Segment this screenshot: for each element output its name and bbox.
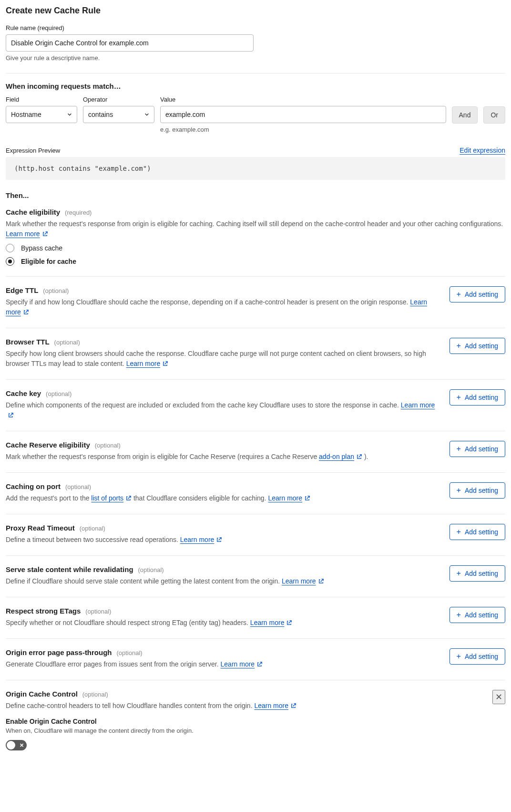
plus-icon: +	[457, 653, 461, 660]
stale-content-title: Serve stale content while revalidating	[6, 565, 133, 573]
toggle-off-icon: ✕	[20, 742, 24, 749]
then-heading: Then...	[6, 191, 505, 199]
stale-content-desc: Define if Cloudflare should serve stale …	[6, 576, 440, 586]
or-button[interactable]: Or	[483, 106, 505, 124]
and-button[interactable]: And	[452, 106, 478, 124]
edge-ttl-desc: Specify if and how long Cloudflare shoul…	[6, 297, 440, 317]
browser-ttl-learn-more[interactable]: Learn more	[126, 360, 161, 367]
expression-preview: (http.host contains "example.com")	[6, 157, 505, 180]
stale-content-tag: (optional)	[138, 566, 164, 573]
origin-error-learn-more[interactable]: Learn more	[221, 660, 255, 668]
external-link-icon	[304, 495, 310, 501]
enable-occ-toggle[interactable]: ✕	[6, 740, 27, 750]
external-link-icon	[318, 578, 324, 584]
external-link-icon	[290, 703, 296, 709]
cache-key-tag: (optional)	[46, 390, 72, 397]
origin-error-add-button[interactable]: +Add setting	[450, 648, 505, 665]
browser-ttl-title: Browser TTL	[6, 338, 50, 346]
origin-error-tag: (optional)	[116, 649, 142, 656]
close-icon[interactable]: ✕	[492, 690, 505, 704]
field-select[interactable]: Hostname	[6, 106, 77, 123]
origin-cache-control-title: Origin Cache Control	[6, 690, 78, 698]
caching-port-desc: Add the request's port to the list of po…	[6, 493, 440, 503]
plus-icon: +	[457, 291, 461, 298]
external-link-icon	[356, 454, 362, 460]
edge-ttl-add-button[interactable]: +Add setting	[450, 286, 505, 302]
rule-name-input[interactable]	[6, 34, 254, 52]
cache-reserve-title: Cache Reserve eligibility	[6, 441, 90, 449]
strong-etags-add-button[interactable]: +Add setting	[450, 607, 505, 623]
strong-etags-learn-more[interactable]: Learn more	[250, 619, 285, 626]
origin-cache-control-desc: Define cache-control headers to tell how…	[6, 701, 483, 711]
value-hint: e.g. example.com	[160, 126, 446, 133]
browser-ttl-tag: (optional)	[54, 339, 80, 346]
toggle-knob	[7, 741, 15, 750]
strong-etags-desc: Specify whether or not Cloudflare should…	[6, 618, 440, 628]
external-link-icon	[125, 495, 132, 501]
external-link-icon	[162, 361, 168, 367]
eligible-cache-radio[interactable]: Eligible for cache	[6, 257, 505, 266]
origin-error-desc: Generate Cloudflare error pages from iss…	[6, 659, 440, 669]
cache-eligibility-learn-more[interactable]: Learn more	[6, 230, 40, 238]
enable-occ-desc: When on, Cloudflare will manage the cont…	[6, 727, 505, 734]
cache-reserve-tag: (optional)	[95, 442, 121, 449]
eligible-cache-label: Eligible for cache	[21, 258, 76, 265]
list-of-ports-link[interactable]: list of ports	[91, 494, 123, 502]
page-title: Create new Cache Rule	[6, 6, 505, 16]
browser-ttl-add-button[interactable]: +Add setting	[450, 338, 505, 354]
cache-key-desc: Define which components of the request a…	[6, 400, 440, 420]
field-select-value: Hostname	[11, 111, 41, 118]
addon-plan-link[interactable]: add-on plan	[319, 453, 354, 460]
caching-port-learn-more[interactable]: Learn more	[268, 494, 302, 502]
cache-eligibility-title: Cache eligibility	[6, 208, 60, 216]
plus-icon: +	[457, 445, 461, 453]
value-input[interactable]	[160, 106, 446, 123]
chevron-down-icon	[144, 112, 149, 117]
plus-icon: +	[457, 611, 461, 619]
stale-content-learn-more[interactable]: Learn more	[282, 577, 316, 585]
cache-reserve-desc: Mark whether the request's response from…	[6, 452, 440, 462]
plus-icon: +	[457, 394, 461, 401]
plus-icon: +	[457, 342, 461, 350]
external-link-icon	[256, 661, 263, 667]
plus-icon: +	[457, 570, 461, 577]
strong-etags-tag: (optional)	[85, 608, 111, 615]
cache-key-title: Cache key	[6, 389, 41, 397]
strong-etags-title: Respect strong ETags	[6, 607, 81, 615]
cache-key-add-button[interactable]: +Add setting	[450, 389, 505, 406]
plus-icon: +	[457, 528, 461, 536]
caching-port-title: Caching on port	[6, 482, 61, 490]
match-heading: When incoming requests match…	[6, 82, 505, 90]
origin-cache-control-learn-more[interactable]: Learn more	[254, 702, 288, 709]
external-link-icon	[286, 620, 292, 626]
external-link-icon	[23, 309, 29, 315]
field-label: Field	[6, 96, 77, 103]
external-link-icon	[8, 412, 14, 418]
proxy-read-desc: Define a timeout between two successive …	[6, 535, 440, 545]
browser-ttl-desc: Specify how long client browsers should …	[6, 349, 440, 369]
edit-expression-link[interactable]: Edit expression	[460, 146, 505, 154]
cache-eligibility-tag: (required)	[65, 209, 92, 216]
bypass-cache-label: Bypass cache	[21, 244, 62, 252]
chevron-down-icon	[67, 112, 72, 117]
caching-port-add-button[interactable]: +Add setting	[450, 482, 505, 499]
caching-port-tag: (optional)	[65, 483, 91, 490]
cache-reserve-add-button[interactable]: +Add setting	[450, 441, 505, 457]
edge-ttl-tag: (optional)	[43, 287, 69, 294]
stale-content-add-button[interactable]: +Add setting	[450, 565, 505, 582]
proxy-read-title: Proxy Read Timeout	[6, 524, 75, 532]
operator-label: Operator	[83, 96, 154, 103]
cache-key-learn-more[interactable]: Learn more	[401, 401, 435, 409]
origin-cache-control-tag: (optional)	[82, 691, 108, 698]
enable-occ-title: Enable Origin Cache Control	[6, 718, 505, 725]
proxy-read-learn-more[interactable]: Learn more	[180, 536, 215, 543]
proxy-read-add-button[interactable]: +Add setting	[450, 524, 505, 540]
rule-name-label: Rule name (required)	[6, 24, 254, 31]
origin-error-title: Origin error page pass-through	[6, 648, 112, 656]
bypass-cache-radio[interactable]: Bypass cache	[6, 244, 505, 252]
operator-select-value: contains	[88, 111, 113, 118]
rule-name-helper: Give your rule a descriptive name.	[6, 54, 254, 62]
cache-eligibility-desc: Mark whether the request's response from…	[6, 219, 505, 239]
external-link-icon	[42, 231, 48, 237]
operator-select[interactable]: contains	[83, 106, 154, 123]
